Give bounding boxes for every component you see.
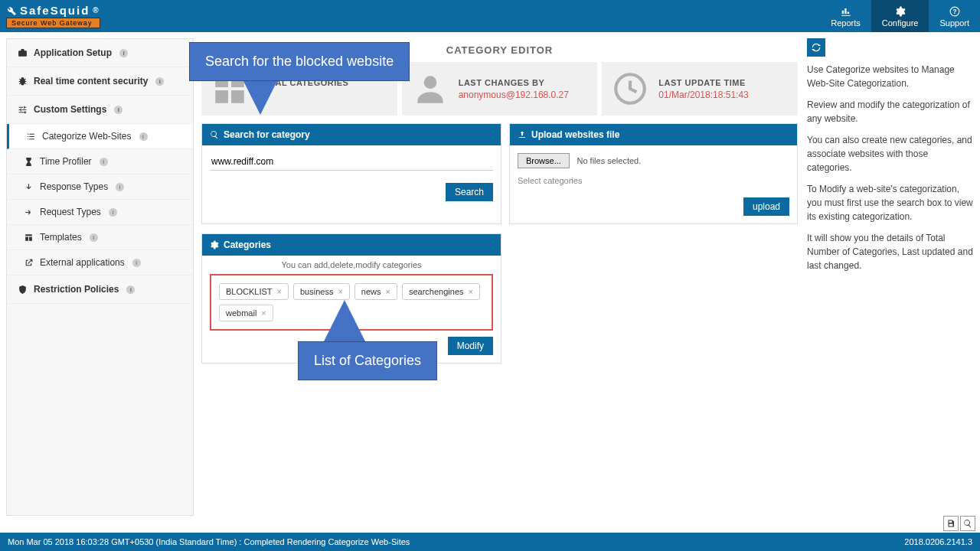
search-icon (210, 130, 219, 139)
search-button[interactable]: Search (446, 183, 493, 201)
search-panel-title: Search for category (224, 129, 310, 140)
svg-point-2 (423, 76, 436, 89)
remove-tag-icon[interactable]: × (338, 287, 342, 296)
callout-arrow-icon (322, 300, 368, 346)
help-p1: Use Categorize websites to Manage Web-Si… (807, 63, 974, 90)
menu-custom[interactable]: Custom Settings i (7, 96, 193, 124)
info-icon: i (109, 208, 117, 217)
footer-version: 2018.0206.2141.3 (904, 537, 972, 546)
nav-support[interactable]: ? Support (929, 0, 980, 32)
list-icon (26, 132, 36, 142)
menu-app-setup[interactable]: Application Setup i (7, 39, 193, 67)
upload-icon (518, 130, 527, 139)
refresh-icon (810, 41, 822, 54)
save-icon-button[interactable] (943, 516, 959, 531)
remove-tag-icon[interactable]: × (386, 287, 390, 296)
external-icon (24, 258, 34, 268)
tag-item[interactable]: webmail× (219, 305, 273, 321)
categories-help: You can add,delete,modify categories (202, 256, 501, 274)
cogs-icon (210, 240, 219, 249)
footer-icons (943, 516, 975, 531)
nav-configure[interactable]: Configure (871, 0, 929, 32)
menu-external-apps[interactable]: External applications i (7, 250, 193, 276)
categories-panel-title: Categories (224, 240, 271, 250)
menu-restriction[interactable]: Restriction Policies i (7, 276, 193, 304)
upload-panel: Upload websites file Browse... No files … (509, 123, 798, 224)
bug-icon (18, 77, 28, 86)
help-p3: You can also create new categories, and … (807, 133, 974, 174)
search-input[interactable] (210, 153, 493, 171)
info-icon: i (114, 106, 122, 114)
info-icon: i (116, 183, 124, 191)
topbar: SafeSquid® Secure Web Gateway Reports Co… (0, 0, 980, 32)
wrench-icon (6, 5, 17, 16)
briefcase-icon (18, 48, 28, 58)
callout-search: Search for the blocked website (189, 42, 410, 81)
refresh-button[interactable] (807, 38, 825, 57)
clock-icon (611, 70, 649, 108)
user-icon (411, 70, 449, 108)
info-icon: i (126, 285, 135, 294)
info-icon: i (100, 158, 108, 166)
remove-tag-icon[interactable]: × (277, 287, 282, 296)
main: Application Setup i Real time content se… (0, 32, 980, 522)
topnav: Reports Configure ? Support (820, 0, 980, 32)
browse-button[interactable]: Browse... (518, 153, 570, 168)
search-panel: Search for category Search (201, 123, 501, 224)
info-icon: i (139, 132, 148, 141)
main-column: CATEGORY EDITOR TOTAL CATEGORIES 0 (201, 38, 798, 516)
arrow-right-icon (24, 207, 34, 217)
help-p2: Review and modify the categorization of … (807, 98, 974, 126)
callout-list: List of Categories (298, 341, 437, 380)
svg-text:?: ? (952, 8, 956, 15)
info-icon: i (155, 77, 164, 86)
menu-time-profiler[interactable]: Time Profiler i (7, 149, 193, 174)
template-icon (24, 233, 34, 243)
modify-button[interactable]: Modify (448, 337, 493, 355)
menu-categorize[interactable]: Categorize Web-Sites i (7, 124, 193, 149)
arrow-down-icon (24, 182, 34, 192)
menu-request-types[interactable]: Request Types i (7, 200, 193, 225)
sliders-icon (18, 105, 28, 115)
help-icon: ? (949, 6, 961, 17)
shield-icon (18, 285, 28, 295)
menu-response-types[interactable]: Response Types i (7, 174, 193, 200)
brand-tagline: Secure Web Gateway (6, 18, 100, 28)
nav-reports[interactable]: Reports (820, 0, 871, 32)
content: CATEGORY EDITOR TOTAL CATEGORIES 0 (201, 38, 974, 516)
panels-row: Search for category Search Upload websit… (201, 123, 798, 224)
tag-item[interactable]: news× (354, 283, 397, 300)
search-icon-button[interactable] (960, 516, 975, 531)
stat-last-update: LAST UPDATE TIME 01/Mar/2018:18:51:43 (602, 62, 798, 116)
help-p4: To Modify a web-site's categorization, y… (807, 182, 974, 223)
upload-panel-title: Upload websites file (531, 129, 619, 140)
file-status: No files selected. (577, 156, 641, 165)
footer: Mon Mar 05 2018 16:03:28 GMT+0530 (India… (0, 533, 980, 551)
help-column: Use Categorize websites to Manage Web-Si… (807, 38, 974, 516)
search-icon (963, 519, 972, 528)
upload-button[interactable]: upload (743, 197, 789, 216)
info-icon: i (90, 233, 98, 242)
stat-last-changes: LAST CHANGES BY anonymous@192.168.0.27 (402, 62, 598, 116)
info-icon: i (119, 49, 128, 57)
select-categories-hint: Select categories (518, 176, 789, 185)
sidebar: Application Setup i Real time content se… (6, 38, 194, 516)
logo: SafeSquid® Secure Web Gateway (0, 0, 100, 32)
tag-item[interactable]: business× (293, 283, 350, 300)
brand-reg: ® (93, 6, 100, 15)
remove-tag-icon[interactable]: × (469, 287, 473, 296)
hourglass-icon (24, 157, 34, 167)
brand-name: SafeSquid (20, 4, 90, 17)
tag-item[interactable]: BLOCKLIST× (219, 283, 289, 300)
tag-item[interactable]: searchengines× (402, 283, 480, 300)
menu-templates[interactable]: Templates i (7, 225, 193, 250)
save-icon (946, 519, 956, 528)
menu-realtime[interactable]: Real time content security i (7, 67, 193, 96)
footer-status: Mon Mar 05 2018 16:03:28 GMT+0530 (India… (8, 537, 410, 546)
cogs-icon (894, 6, 906, 17)
chart-icon (840, 6, 852, 17)
info-icon: i (132, 259, 141, 267)
help-p5: It will show you the details of Total Nu… (807, 231, 974, 272)
remove-tag-icon[interactable]: × (261, 308, 266, 318)
